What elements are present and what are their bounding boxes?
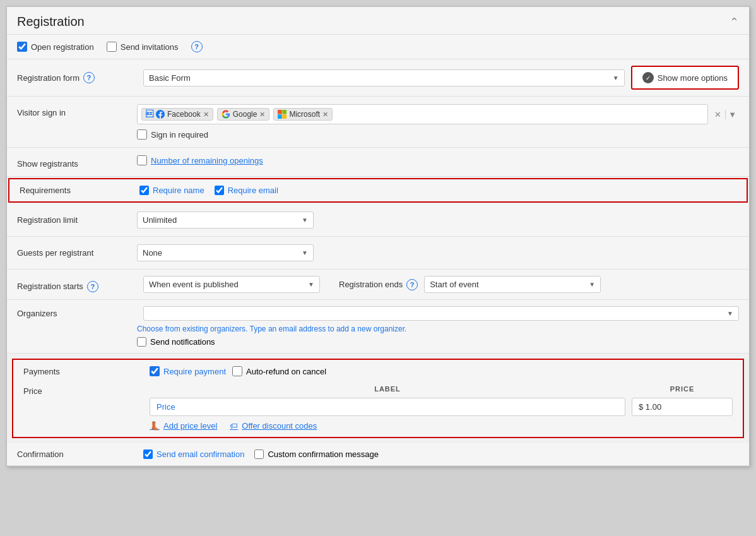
send-email-check[interactable]: Send email confirmation (143, 450, 244, 459)
registration-ends-section: Registration ends ? Start of event ▼ (339, 276, 601, 293)
reg-form-arrow-icon: ▼ (613, 74, 619, 81)
registration-limit-label: Registration limit (17, 211, 137, 225)
reg-starts-arrow-icon: ▼ (308, 281, 314, 288)
microsoft-tag: Microsoft ✕ (273, 108, 333, 121)
close-button[interactable]: ⌃ (729, 15, 739, 29)
registration-form-select[interactable]: Basic Form ▼ (143, 69, 625, 86)
registration-limit-select[interactable]: Unlimited ▼ (137, 211, 314, 229)
send-notifications-section: Send notifications (137, 337, 739, 347)
registration-limit-content: Unlimited ▼ (137, 211, 739, 229)
auto-refund-checkbox[interactable] (232, 366, 242, 376)
google-logo (221, 110, 230, 119)
price-amount-input: $ 1.00 (632, 398, 733, 416)
price-label: Price (23, 383, 143, 396)
custom-confirmation-checkbox[interactable] (254, 450, 264, 459)
send-notifications-checkbox[interactable] (137, 337, 146, 347)
require-payment-checkbox[interactable] (150, 366, 160, 376)
require-name-checkbox[interactable] (139, 186, 149, 195)
reg-ends-arrow-icon: ▼ (589, 281, 595, 288)
facebook-logo (156, 110, 165, 119)
svg-rect-2 (278, 114, 282, 119)
organizers-row: Organizers ▼ Choose from existing organi… (7, 300, 749, 354)
guests-arrow-icon: ▼ (302, 249, 308, 256)
add-price-level-button[interactable]: 👢 Add price level (150, 421, 217, 431)
confirmation-checks: Send email confirmation Custom confirmat… (143, 450, 379, 459)
requirements-label: Requirements (20, 186, 139, 195)
auto-refund-check[interactable]: Auto-refund on cancel (232, 366, 326, 376)
confirmation-row: Confirmation Send email confirmation Cus… (7, 443, 749, 466)
guests-per-registrant-content: None ▼ (137, 244, 739, 261)
price-table: LABEL PRICE $ 1.00 👢 Add price level (150, 383, 733, 431)
price-col-price-header: PRICE (632, 385, 733, 393)
price-actions: 👢 Add price level 🏷 Offer discount codes (150, 421, 733, 431)
require-email-checkbox[interactable] (215, 186, 224, 195)
svg-rect-0 (278, 110, 282, 114)
registration-form-row: Registration form ? Basic Form ▼ ✓ Show … (7, 59, 749, 97)
guests-per-registrant-label: Guests per registrant (17, 244, 137, 258)
form-body: Registration form ? Basic Form ▼ ✓ Show … (7, 59, 749, 466)
require-email-check[interactable]: Require email (215, 186, 278, 195)
help-icon[interactable]: ? (191, 41, 203, 52)
reg-ends-help-icon[interactable]: ? (406, 279, 418, 290)
auto-refund-label: Auto-refund on cancel (246, 367, 326, 376)
organizers-top: Organizers ▼ (17, 306, 739, 321)
organizers-label: Organizers (17, 309, 137, 318)
require-payment-label: Require payment (163, 367, 226, 376)
svg-rect-1 (283, 110, 287, 114)
organizers-select[interactable]: ▼ (143, 306, 739, 321)
discount-codes-icon: 🏷 (230, 421, 238, 431)
guests-per-registrant-select[interactable]: None ▼ (137, 244, 314, 261)
payments-section: Payments Require payment Auto-refund on … (12, 359, 744, 438)
facebook-icon:  (146, 110, 153, 119)
send-invitations-check[interactable]: Send invitations (107, 42, 179, 52)
microsoft-tag-close[interactable]: ✕ (322, 110, 328, 119)
custom-confirmation-label: Custom confirmation message (268, 450, 379, 459)
registration-limit-row: Registration limit Unlimited ▼ (7, 204, 749, 237)
google-tag-close[interactable]: ✕ (259, 110, 265, 119)
registration-ends-select[interactable]: Start of event ▼ (424, 276, 601, 293)
organizers-hint: Choose from existing organizers. Type an… (137, 325, 739, 333)
open-registration-check[interactable]: Open registration (17, 42, 94, 52)
show-more-icon: ✓ (642, 72, 654, 83)
sign-in-required-checkbox[interactable] (137, 129, 147, 140)
price-inputs-row: $ 1.00 (150, 398, 733, 416)
show-registrants-label: Show registrants (17, 155, 137, 169)
open-registration-checkbox[interactable] (17, 42, 27, 52)
remaining-openings-check[interactable]: Number of remaining openings (137, 155, 263, 165)
registration-panel: Registration ⌃ Open registration Send in… (6, 6, 750, 467)
send-invitations-checkbox[interactable] (107, 42, 117, 52)
payments-label: Payments (23, 367, 143, 376)
registration-form-label: Registration form ? (17, 72, 137, 83)
require-payment-check[interactable]: Require payment (150, 366, 226, 376)
sign-in-required-check[interactable]: Sign in required (137, 129, 739, 140)
tags-clear-button[interactable]: ✕ (712, 110, 724, 119)
reg-form-help-icon[interactable]: ? (83, 72, 95, 83)
custom-message-check[interactable]: Custom confirmation message (254, 450, 379, 459)
remaining-openings-label[interactable]: Number of remaining openings (151, 156, 263, 165)
registration-starts-select[interactable]: When event is published ▼ (143, 276, 320, 293)
offer-discount-codes-button[interactable]: 🏷 Offer discount codes (230, 421, 317, 431)
panel-title-bar: Registration ⌃ (7, 7, 749, 35)
price-label-input[interactable] (150, 398, 625, 416)
remaining-openings-checkbox[interactable] (137, 155, 147, 165)
google-tag: Google ✕ (217, 108, 270, 121)
require-name-check[interactable]: Require name (139, 186, 204, 195)
send-email-confirmation-checkbox[interactable] (143, 450, 153, 459)
requirements-checks: Require name Require email (139, 186, 278, 195)
reg-starts-help-icon[interactable]: ? (87, 281, 98, 292)
guests-per-registrant-row: Guests per registrant None ▼ (7, 237, 749, 270)
payments-top: Payments Require payment Auto-refund on … (23, 366, 733, 376)
show-more-options-button[interactable]: ✓ Show more options (631, 66, 739, 90)
show-registrants-content: Number of remaining openings (137, 155, 739, 165)
price-row: Price LABEL PRICE $ 1.00 👢 (23, 383, 733, 431)
price-col-label-header: LABEL (150, 385, 625, 393)
visitor-sign-in-tags[interactable]:  Facebook ✕ Google ✕ Microsoft (137, 104, 708, 124)
send-invitations-label: Send invitations (121, 42, 179, 52)
registration-ends-label: Registration ends ? (339, 279, 418, 290)
tag-actions: ✕ ▼ (712, 110, 739, 119)
open-registration-label: Open registration (31, 42, 94, 52)
visitor-sign-in-row: Visitor sign in  Facebook ✕ Google (7, 97, 749, 148)
tags-expand-button[interactable]: ▼ (725, 110, 739, 119)
add-price-level-icon: 👢 (150, 421, 160, 431)
facebook-tag-close[interactable]: ✕ (203, 110, 209, 119)
